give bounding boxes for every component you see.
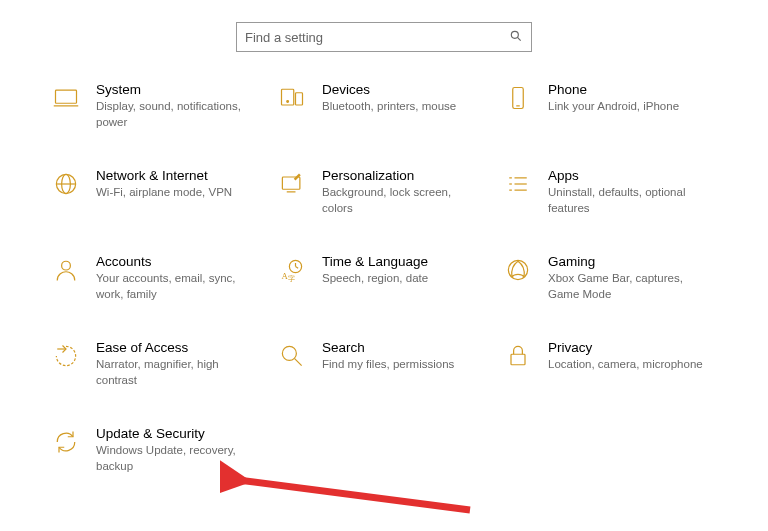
tile-system[interactable]: System Display, sound, notifications, po… [50, 82, 266, 130]
person-icon [50, 254, 82, 286]
tile-personalization[interactable]: Personalization Background, lock screen,… [276, 168, 492, 216]
svg-point-28 [282, 346, 296, 360]
update-icon [50, 426, 82, 458]
lock-icon [502, 340, 534, 372]
tile-desc: Your accounts, email, sync, work, family [96, 271, 258, 302]
gaming-icon [502, 254, 534, 286]
svg-point-0 [511, 31, 518, 38]
tile-desc: Find my files, permissions [322, 357, 484, 373]
phone-icon [502, 82, 534, 114]
apps-icon [502, 168, 534, 200]
tile-title: Devices [322, 82, 484, 97]
time-language-icon: A字 [276, 254, 308, 286]
svg-point-6 [287, 101, 289, 103]
tile-title: Privacy [548, 340, 710, 355]
ease-of-access-icon [50, 340, 82, 372]
tile-desc: Link your Android, iPhone [548, 99, 710, 115]
svg-line-23 [296, 267, 299, 269]
svg-line-29 [295, 359, 302, 366]
magnifier-icon [276, 340, 308, 372]
tile-network[interactable]: Network & Internet Wi-Fi, airplane mode,… [50, 168, 266, 216]
system-icon [50, 82, 82, 114]
tile-devices[interactable]: Devices Bluetooth, printers, mouse [276, 82, 492, 130]
tile-title: Phone [548, 82, 710, 97]
tile-desc: Wi-Fi, airplane mode, VPN [96, 185, 258, 201]
svg-text:字: 字 [288, 275, 295, 283]
search-input[interactable]: Find a setting [236, 22, 532, 52]
tile-gaming[interactable]: Gaming Xbox Game Bar, captures, Game Mod… [502, 254, 718, 302]
search-placeholder: Find a setting [245, 30, 509, 45]
tile-title: System [96, 82, 258, 97]
tile-time[interactable]: A字 Time & Language Speech, region, date [276, 254, 492, 302]
tile-desc: Windows Update, recovery, backup [96, 443, 258, 474]
tile-title: Apps [548, 168, 710, 183]
svg-rect-30 [511, 354, 525, 365]
tile-title: Network & Internet [96, 168, 258, 183]
tile-title: Time & Language [322, 254, 484, 269]
tile-desc: Narrator, magnifier, high contrast [96, 357, 258, 388]
tile-title: Personalization [322, 168, 484, 183]
settings-grid: System Display, sound, notifications, po… [0, 52, 768, 474]
tile-ease-of-access[interactable]: Ease of Access Narrator, magnifier, high… [50, 340, 266, 388]
svg-rect-12 [282, 177, 300, 189]
tile-desc: Xbox Game Bar, captures, Game Mode [548, 271, 710, 302]
tile-desc: Speech, region, date [322, 271, 484, 287]
svg-rect-5 [296, 93, 303, 105]
tile-desc: Background, lock screen, colors [322, 185, 484, 216]
tile-desc: Bluetooth, printers, mouse [322, 99, 484, 115]
personalization-icon [276, 168, 308, 200]
tile-title: Gaming [548, 254, 710, 269]
tile-phone[interactable]: Phone Link your Android, iPhone [502, 82, 718, 130]
tile-accounts[interactable]: Accounts Your accounts, email, sync, wor… [50, 254, 266, 302]
tile-title: Update & Security [96, 426, 258, 441]
tile-update-security[interactable]: Update & Security Windows Update, recove… [50, 426, 266, 474]
svg-point-20 [62, 261, 71, 270]
tile-title: Search [322, 340, 484, 355]
svg-rect-2 [56, 90, 77, 103]
tile-desc: Location, camera, microphone [548, 357, 710, 373]
tile-title: Accounts [96, 254, 258, 269]
svg-line-31 [238, 480, 470, 510]
globe-icon [50, 168, 82, 200]
tile-desc: Display, sound, notifications, power [96, 99, 258, 130]
tile-desc: Uninstall, defaults, optional features [548, 185, 710, 216]
svg-line-1 [517, 37, 520, 40]
tile-apps[interactable]: Apps Uninstall, defaults, optional featu… [502, 168, 718, 216]
devices-icon [276, 82, 308, 114]
tile-title: Ease of Access [96, 340, 258, 355]
tile-privacy[interactable]: Privacy Location, camera, microphone [502, 340, 718, 388]
tile-search[interactable]: Search Find my files, permissions [276, 340, 492, 388]
search-icon [509, 29, 523, 46]
